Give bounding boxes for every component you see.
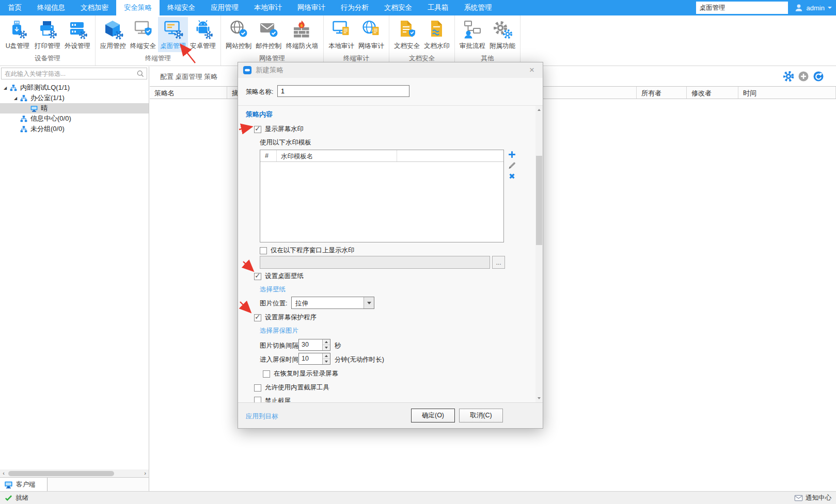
ribbon-group-1: U盘管理打印管理外设管理设备管理 [0,15,96,66]
choose-wallpaper-link[interactable]: 选择壁纸 [260,285,286,294]
ribbon-item-3-2[interactable]: 邮件控制 [254,17,283,52]
tree-node-3[interactable]: 晴 [0,103,149,113]
ribbon-item-label: 本地审计 [328,42,354,51]
tree-node-1[interactable]: ◢内部测试LQ(1/1) [0,83,149,93]
checkbox-set-wallpaper[interactable] [254,273,261,280]
scroll-up-icon[interactable] [535,106,543,114]
search-icon[interactable] [136,70,145,78]
column-header-1[interactable]: 策略名 [150,87,227,99]
apply-to-target-link[interactable]: 应用到目标 [246,412,278,421]
watermark-template-table[interactable]: # 水印模板名 [260,150,504,242]
ribbon-item-5-1[interactable]: 文档安全 [392,17,422,52]
interval-value: 30 [299,339,322,350]
add-template-icon[interactable] [508,150,516,159]
top-menubar: 首页终端信息文档加密安全策略终端安全应用管理本地审计网络审计行为分析文档安全工具… [0,0,836,15]
top-menu-tab-3[interactable]: 文档加密 [73,0,116,15]
image-position-select[interactable]: 拉伸 [291,297,374,309]
ribbon-item-label: 附属功能 [490,42,515,51]
ribbon-item-4-1[interactable]: 本地审计 [326,17,356,52]
top-menu-tab-8[interactable]: 网络审计 [290,0,333,15]
scroll-right-icon[interactable]: › [141,469,149,477]
browse-button[interactable]: ... [492,256,505,269]
edit-template-icon[interactable] [508,161,516,170]
close-icon[interactable]: × [526,64,538,76]
top-menu-tab-1[interactable]: 首页 [0,0,29,15]
column-header-3[interactable]: 所有者 [637,87,687,99]
enter-time-spinner[interactable]: 10 [298,353,330,365]
scroll-down-icon[interactable] [535,394,543,402]
notification-center[interactable]: 通知中心 [794,494,831,502]
top-menu-tab-12[interactable]: 系统管理 [456,0,500,15]
top-menu-tab-6[interactable]: 应用管理 [203,0,246,15]
column-header-4[interactable]: 修改者 [687,87,738,99]
dialog-scrollbar[interactable] [535,106,543,402]
checkbox-clipped[interactable] [254,397,261,402]
interval-spinner[interactable]: 30 [298,339,330,351]
divider [238,105,543,106]
user-menu[interactable]: admin [794,3,832,12]
search-input[interactable] [696,2,788,14]
ribbon-item-6-2[interactable]: 附属功能 [487,17,517,52]
ribbon-item-2-1[interactable]: 应用管控 [98,17,128,52]
tree-node-label: 未分组(0/0) [30,124,65,134]
checkbox-allow-capture[interactable] [254,384,261,392]
spin-down-icon[interactable] [323,359,330,364]
scrollbar-thumb[interactable] [8,471,114,476]
ribbon-item-1-2[interactable]: 打印管理 [33,17,62,52]
ribbon-item-2-2[interactable]: 终端安全 [128,17,158,52]
tree-filter-input[interactable] [2,70,136,77]
interval-label: 图片切换间隔 [260,342,298,350]
ribbon-item-6-1[interactable]: 审批流程 [458,17,487,52]
spin-down-icon[interactable] [323,345,330,350]
scroll-left-icon[interactable]: ‹ [0,469,7,477]
chevron-down-icon[interactable] [364,297,374,308]
ribbon-item-4-2[interactable]: 网络审计 [356,17,386,52]
scrollbar-track[interactable] [7,469,141,477]
checkbox-show-watermark[interactable] [254,126,261,133]
checkbox-set-screensaver[interactable] [254,314,261,321]
top-menu-tab-7[interactable]: 本地审计 [246,0,290,15]
globe-note-icon [361,19,382,40]
settings-icon[interactable] [783,71,794,82]
ribbon-item-3-3[interactable]: 终端防火墙 [283,17,321,52]
set-screensaver-label: 设置屏幕保护程序 [265,313,317,322]
spin-up-icon[interactable] [323,339,330,345]
ribbon-group-title: 设备管理 [3,53,92,66]
checkbox-show-login[interactable] [263,370,270,378]
tree-node-2[interactable]: ◢办公室(1/1) [0,93,149,103]
ok-button[interactable]: 确定(O) [411,409,455,422]
top-menu-tab-11[interactable]: 工具箱 [420,0,456,15]
spin-up-icon[interactable] [323,353,330,359]
top-menu-tab-2[interactable]: 终端信息 [29,0,73,15]
ribbon-item-label: 安卓管理 [190,42,216,51]
ribbon-item-2-3[interactable]: 桌面管理 [158,17,188,52]
tree-node-5[interactable]: 未分组(0/0) [0,124,149,134]
sidebar: ◢内部测试LQ(1/1)◢办公室(1/1)晴信息中心(0/0)未分组(0/0) … [0,67,149,491]
ribbon-item-label: 文档安全 [394,42,420,51]
top-menu-tab-4[interactable]: 安全策略 [116,0,160,15]
tree-node-4[interactable]: 信息中心(0/0) [0,113,149,124]
refresh-icon[interactable] [813,71,824,82]
delete-template-icon[interactable] [508,172,516,181]
choose-screensaver-link[interactable]: 选择屏保图片 [260,327,298,335]
policy-name-input[interactable] [277,85,409,97]
tree-filter [1,68,147,79]
top-menu-tab-5[interactable]: 终端安全 [160,0,203,15]
tree-node-label: 内部测试LQ(1/1) [20,83,70,92]
ribbon-item-2-4[interactable]: 安卓管理 [188,17,218,52]
ribbon-item-1-3[interactable]: 外设管理 [62,17,92,52]
ribbon-item-1-1[interactable]: U盘管理 [3,17,33,52]
column-header-5[interactable]: 时间 [738,87,836,99]
add-policy-icon[interactable] [798,71,809,82]
top-menu-tab-9[interactable]: 行为分析 [333,0,376,15]
ribbon-item-3-1[interactable]: 网站控制 [224,17,254,52]
checkbox-only-windows[interactable] [260,247,267,254]
menu-tabs: 首页终端信息文档加密安全策略终端安全应用管理本地审计网络审计行为分析文档安全工具… [0,0,500,15]
ribbon-item-5-2[interactable]: 文档水印 [422,17,452,52]
cancel-button[interactable]: 取消(C) [459,409,503,422]
tab-client[interactable]: 客户端 [0,478,48,491]
horizontal-scrollbar[interactable]: ‹ › [0,469,149,477]
scrollbar-thumb[interactable] [536,156,542,245]
top-menu-tab-10[interactable]: 文档安全 [376,0,420,15]
watermark-window-path-input[interactable] [260,256,490,269]
